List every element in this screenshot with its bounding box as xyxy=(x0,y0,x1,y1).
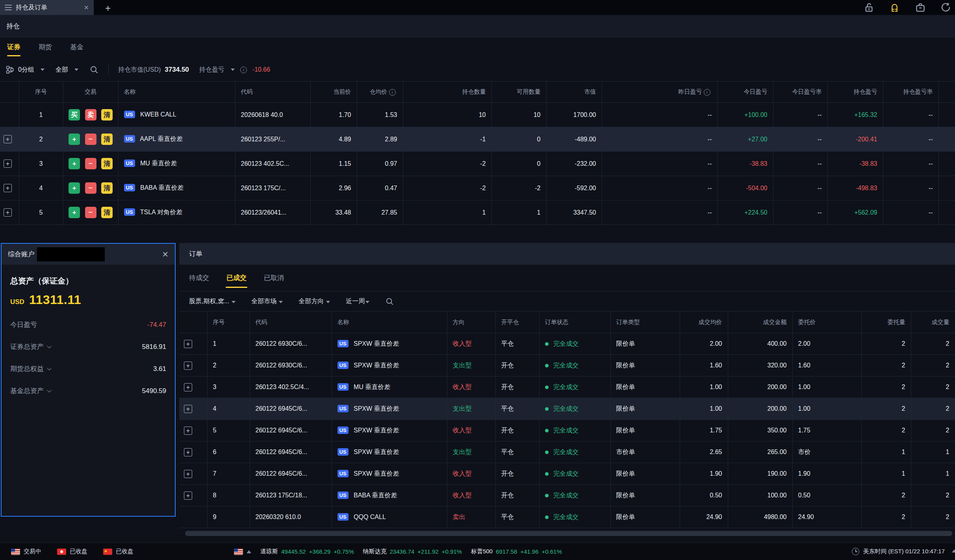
date-range-filter[interactable]: 近一周 xyxy=(346,297,369,306)
position-pl-rate: -- xyxy=(883,152,938,176)
instrument-filter[interactable]: 股票,期权,窝... xyxy=(189,297,236,306)
buy-button[interactable]: + xyxy=(69,182,80,194)
info-icon[interactable]: i xyxy=(704,89,710,96)
expand-icon[interactable]: + xyxy=(184,340,192,348)
expand-icon[interactable]: + xyxy=(4,135,12,143)
order-row[interactable]: + 8 260123 175C/18... US BABA 垂直价差 收入型 开… xyxy=(179,485,955,506)
sell-button[interactable]: − xyxy=(85,207,96,218)
order-code: 260122 6945C/6... xyxy=(250,463,332,485)
direction-filter[interactable]: 全部方向 xyxy=(299,297,330,306)
edge-collapse-icon[interactable] xyxy=(952,549,955,553)
position-row[interactable]: + 1 买 卖 清 US KWEB CALL 20260618 40.0 1.7… xyxy=(0,103,955,127)
current-price: 33.48 xyxy=(310,200,357,225)
order-name: SPXW 垂直价差 xyxy=(354,362,399,369)
close-position-button[interactable]: 清 xyxy=(101,134,113,145)
menu-icon[interactable] xyxy=(5,5,12,10)
order-type: 限价单 xyxy=(610,506,680,528)
order-name-cell: US SPXW 垂直价差 xyxy=(332,333,447,355)
new-tab-button[interactable]: ＋ xyxy=(103,2,113,14)
order-price: 市价 xyxy=(792,441,861,463)
buy-button[interactable]: 买 xyxy=(69,109,80,121)
order-type: 限价单 xyxy=(610,398,680,420)
briefcase-icon[interactable] xyxy=(915,2,925,13)
us-market-badge: US xyxy=(337,470,349,477)
buy-button[interactable]: + xyxy=(69,134,80,145)
tab-pending[interactable]: 待成交 xyxy=(189,273,209,282)
expand-icon[interactable]: + xyxy=(184,491,192,500)
close-icon[interactable]: ✕ xyxy=(162,250,169,259)
index-ticker[interactable]: 道琼斯 49445.52 +368.29 +0.75% 纳斯达克 23436.7… xyxy=(234,548,562,555)
position-row[interactable]: + 4 + − 清 US BABA 垂直价差 260123 175C/... 2… xyxy=(0,176,955,200)
order-row[interactable]: + 1 260122 6930C/6... US SPXW 垂直价差 收入型 平… xyxy=(179,333,955,355)
expand-icon[interactable]: + xyxy=(184,426,192,435)
market-filter[interactable]: 全部 xyxy=(56,66,68,74)
avg-cost: 27.85 xyxy=(357,200,403,225)
info-icon[interactable]: i xyxy=(240,67,247,73)
order-row[interactable]: + 6 260122 6945C/6... US SPXW 垂直价差 支出型 平… xyxy=(179,441,955,463)
search-icon[interactable] xyxy=(89,65,99,74)
fill-amount: 265.00 xyxy=(728,441,792,463)
position-row[interactable]: + 3 + − 清 US MU 垂直价差 260123 402.5C... 1.… xyxy=(0,152,955,176)
order-row[interactable]: + 3 260123 402.5C/4... US MU 垂直价差 收入型 开仓… xyxy=(179,376,955,398)
group-filter[interactable]: 0分组 xyxy=(18,66,34,74)
unlock-icon[interactable] xyxy=(864,2,874,13)
position-row[interactable]: + 2 + − 清 US AAPL 垂直价差 260123 255P/... 4… xyxy=(0,127,955,152)
buy-button[interactable]: + xyxy=(69,207,80,218)
order-code: 260122 6930C/6... xyxy=(250,355,332,376)
search-icon[interactable] xyxy=(385,297,394,306)
refresh-icon[interactable] xyxy=(940,2,951,13)
order-type: 限价单 xyxy=(610,355,680,376)
close-position-button[interactable]: 清 xyxy=(101,182,113,194)
market-filter[interactable]: 全部市场 xyxy=(251,297,283,306)
us-market-status[interactable]: 交易中 xyxy=(11,548,41,555)
tab-close-icon[interactable]: ✕ xyxy=(84,4,89,11)
order-seq: 4 xyxy=(207,398,250,420)
buy-button[interactable]: + xyxy=(69,158,80,169)
order-code: 260122 6945C/6... xyxy=(250,398,332,420)
securities-assets-row[interactable]: 证券总资产 5816.91 xyxy=(10,342,166,351)
expand-icon[interactable]: + xyxy=(4,184,12,192)
open-close: 平仓 xyxy=(495,398,539,420)
expand-icon[interactable]: + xyxy=(184,383,192,391)
expand-icon[interactable]: + xyxy=(184,405,192,413)
close-position-button[interactable]: 清 xyxy=(101,207,113,218)
close-position-button[interactable]: 清 xyxy=(101,158,113,169)
order-row[interactable]: + 9 20260320 610.0 US QQQ CALL 卖出 平仓 完全成… xyxy=(179,506,955,528)
sell-button[interactable]: − xyxy=(85,158,96,169)
expand-icon[interactable]: + xyxy=(4,159,12,168)
funds-assets-row[interactable]: 基金总资产 5490.59 xyxy=(10,386,166,395)
col-order-price: 委托价 xyxy=(792,312,861,333)
tab-futures[interactable]: 期货 xyxy=(39,43,52,53)
expand-icon[interactable]: + xyxy=(184,448,192,456)
tab-securities[interactable]: 证券 xyxy=(7,43,20,53)
tab-funds[interactable]: 基金 xyxy=(70,43,83,53)
close-position-button[interactable]: 清 xyxy=(101,109,113,121)
tab-cancelled[interactable]: 已取消 xyxy=(264,273,284,282)
expand-icon[interactable]: + xyxy=(184,470,192,478)
cn-market-status[interactable]: ★ 已收盘 xyxy=(103,548,134,555)
hk-market-status[interactable]: ✽ 已收盘 xyxy=(57,548,87,555)
tab-filled[interactable]: 已成交 xyxy=(226,273,247,282)
sell-button[interactable]: − xyxy=(85,182,96,194)
horizontal-scrollbar[interactable] xyxy=(185,531,952,536)
order-row[interactable]: + 2 260122 6930C/6... US SPXW 垂直价差 支出型 开… xyxy=(179,355,955,376)
window-tab[interactable]: 持仓及订单 ✕ xyxy=(0,0,94,15)
order-row[interactable]: + 7 260122 6945C/6... US SPXW 垂直价差 收入型 开… xyxy=(179,463,955,485)
futures-equity-row[interactable]: 期货总权益 3.61 xyxy=(10,364,166,373)
fill-amount: 200.00 xyxy=(728,376,792,398)
position-row[interactable]: + 5 + − 清 US TSLA 对角价差 260123/26041... 3… xyxy=(0,200,955,225)
sell-button[interactable]: − xyxy=(85,134,96,145)
order-row[interactable]: + 5 260122 6945C/6... US SPXW 垂直价差 收入型 开… xyxy=(179,420,955,441)
info-icon[interactable]: i xyxy=(389,89,396,96)
order-name-cell: US SPXW 垂直价差 xyxy=(332,441,447,463)
expand-icon[interactable]: + xyxy=(4,208,12,217)
expand-icon[interactable]: + xyxy=(184,362,192,370)
order-row[interactable]: + 4 260122 6945C/6... US SPXW 垂直价差 支出型 平… xyxy=(179,398,955,420)
collapse-up-icon[interactable] xyxy=(247,550,251,553)
sell-button[interactable]: 卖 xyxy=(85,109,96,121)
order-price: 1.90 xyxy=(792,463,861,485)
pl-selector[interactable]: 持仓盈亏 xyxy=(199,66,224,74)
futures-equity-value: 3.61 xyxy=(153,365,166,373)
magnet-icon[interactable] xyxy=(889,2,900,13)
us-market-badge: US xyxy=(337,491,349,499)
